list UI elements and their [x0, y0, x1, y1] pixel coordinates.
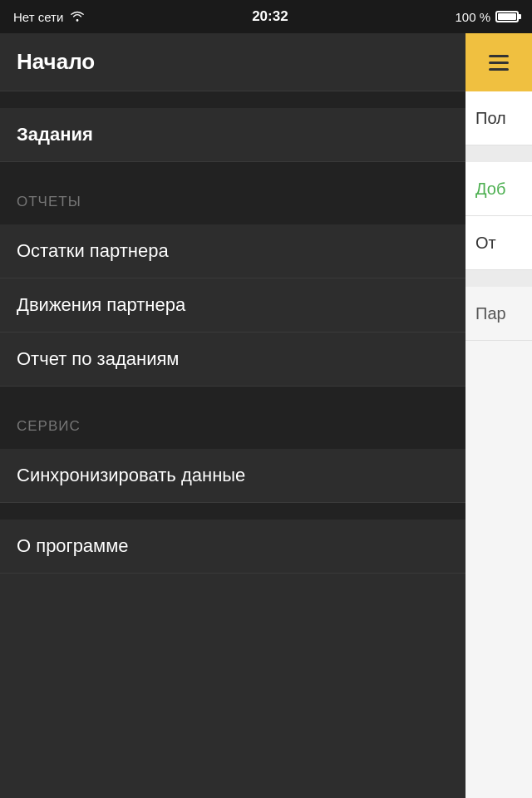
- service-section-label: СЕРВИС: [17, 418, 81, 435]
- sidebar-item-sync[interactable]: Синхронизировать данные: [0, 449, 466, 503]
- hamburger-line-1: [489, 55, 509, 57]
- section-spacer-reports: [0, 162, 466, 179]
- sidebar-item-about[interactable]: О программе: [0, 520, 466, 574]
- time-display: 20:32: [252, 8, 288, 25]
- sidebar-item-about-label: О программе: [17, 535, 129, 557]
- sidebar-item-task-report-label: Отчет по заданиям: [17, 348, 179, 370]
- sidebar-item-sync-label: Синхронизировать данные: [17, 465, 245, 486]
- right-panel-item-4[interactable]: Пар: [466, 287, 532, 341]
- carrier-label: Нет сети: [13, 10, 63, 24]
- status-left: Нет сети: [13, 10, 85, 24]
- reports-section-label: ОТЧЕТЫ: [17, 194, 81, 210]
- battery-fill: [498, 13, 516, 20]
- sidebar-item-partner-remainders-label: Остатки партнера: [17, 240, 169, 262]
- right-panel-item-3-label: От: [475, 234, 496, 253]
- right-panel-spacer: [466, 145, 532, 162]
- battery-percent: 100 %: [455, 10, 490, 24]
- sidebar-item-partner-movements[interactable]: Движения партнера: [0, 278, 466, 332]
- sidebar-item-task-report[interactable]: Отчет по заданиям: [0, 332, 466, 387]
- right-panel-item-2-label: Доб: [475, 180, 505, 199]
- hamburger-line-3: [489, 68, 509, 71]
- right-panel-item-1[interactable]: Пол: [466, 91, 532, 145]
- sidebar-header: Начало: [0, 33, 466, 91]
- wifi-icon: [70, 10, 85, 24]
- menu-button-area[interactable]: [466, 33, 532, 91]
- sidebar-item-partner-remainders[interactable]: Остатки партнера: [0, 224, 466, 278]
- status-right: 100 %: [455, 10, 519, 24]
- reports-section-header: ОТЧЕТЫ: [0, 179, 466, 224]
- sidebar-item-partner-movements-label: Движения партнера: [17, 294, 185, 316]
- battery-icon-container: [495, 11, 519, 22]
- sidebar-item-tasks[interactable]: Задания: [0, 108, 466, 162]
- right-panel-item-4-label: Пар: [475, 304, 506, 323]
- section-spacer-service: [0, 387, 466, 403]
- main-container: Начало Задания ОТЧЕТЫ Остатки партнера Д…: [0, 33, 532, 798]
- service-section-header: СЕРВИС: [0, 403, 466, 449]
- hamburger-menu-icon: [489, 55, 509, 71]
- right-panel-spacer-2: [466, 270, 532, 287]
- right-panel-item-1-label: Пол: [475, 109, 506, 128]
- hamburger-line-2: [489, 62, 509, 64]
- sidebar-title: Начало: [17, 49, 95, 75]
- status-bar: Нет сети 20:32 100 %: [0, 0, 532, 33]
- section-spacer-top: [0, 91, 466, 108]
- right-panel-item-2[interactable]: Доб: [466, 162, 532, 216]
- right-panel: Пол Доб От Пар: [466, 33, 532, 798]
- sidebar-item-tasks-label: Задания: [17, 124, 93, 145]
- battery-icon: [495, 11, 519, 22]
- right-panel-item-3[interactable]: От: [466, 216, 532, 270]
- section-spacer-about: [0, 503, 466, 520]
- sidebar: Начало Задания ОТЧЕТЫ Остатки партнера Д…: [0, 33, 466, 798]
